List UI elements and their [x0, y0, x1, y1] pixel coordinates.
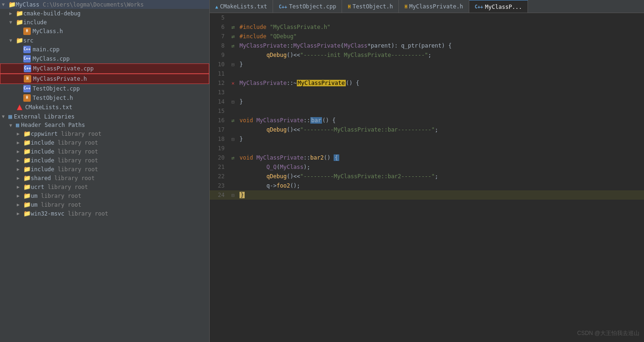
header-search-arrow[interactable]	[9, 123, 15, 128]
cppwinrt-label: cppwinrt library root	[31, 131, 102, 137]
tab-testobject-h[interactable]: H TestObject.h	[342, 0, 399, 13]
line-num-10: 10	[210, 60, 228, 69]
myclassPrivate-h-label: MyClassPrivate.h	[33, 76, 87, 82]
ucrt-folder-icon: 📁	[23, 183, 31, 190]
sidebar-item-testobject-cpp[interactable]: C++ TestObject.cpp	[0, 84, 209, 93]
sidebar-item-um2[interactable]: 📁 um library root	[0, 200, 209, 209]
line-num-20: 20	[210, 153, 228, 162]
ucrt-arrow[interactable]	[17, 184, 22, 189]
diff-gutter-20: ⇄	[232, 155, 235, 161]
gutter-9	[228, 50, 238, 60]
sidebar-item-um1[interactable]: 📁 um library root	[0, 191, 209, 200]
include-lib4-arrow[interactable]	[17, 167, 22, 172]
editor-tabs: ▲ CMakeLists.txt C++ TestObject.cpp H Te…	[210, 0, 644, 13]
shared-arrow[interactable]	[17, 175, 22, 181]
gutter-20: ⇄	[228, 153, 238, 162]
tab-myclassPrivate-cpp-label: MyClassP...	[485, 4, 522, 10]
ucrt-label: ucrt library root	[31, 184, 88, 190]
include-lib1-arrow[interactable]	[17, 140, 22, 145]
main-cpp-icon: C++	[23, 46, 31, 53]
src-folder-icon: 📁	[16, 37, 23, 44]
sidebar-item-shared[interactable]: 📁 shared library root	[0, 174, 209, 182]
code-line-8: 8 ⇄ MyClassPrivate::MyClassPrivate(MyCla…	[210, 41, 644, 50]
myclassPrivate-cpp-label: MyClassPrivate.cpp	[33, 65, 94, 72]
include-lib1-icon: 📁	[23, 139, 31, 146]
sidebar-item-cmakelists[interactable]: CMakeLists.txt	[0, 103, 209, 112]
myclass-h-label: MyClass.h	[33, 28, 63, 35]
sidebar-item-myclassPrivate-h[interactable]: H MyClassPrivate.h	[0, 74, 209, 84]
sidebar-item-include-lib2[interactable]: 📁 include library root	[0, 147, 209, 156]
gutter-18: ⊟	[228, 134, 238, 144]
fold-icon-14[interactable]: ⊟	[232, 99, 235, 105]
sidebar-item-cmake-build-debug[interactable]: 📁 cmake-build-debug	[0, 9, 209, 18]
tab-myclassPrivate-h[interactable]: H MyClassPrivate.h	[399, 0, 469, 13]
sidebar-item-myclassPrivate-cpp[interactable]: C++ MyClassPrivate.cpp	[0, 63, 209, 74]
root-arrow[interactable]	[2, 2, 7, 7]
sidebar-item-myclass-h[interactable]: H MyClass.h	[0, 27, 209, 36]
code-line-22: 22 qDebug()<<"---------MyClassPrivate::b…	[210, 172, 644, 181]
code-line-23: 23 q->foo2();	[210, 181, 644, 190]
sidebar-item-win32-msvc[interactable]: 📁 win32-msvc library root	[0, 209, 209, 218]
um1-label: um library root	[31, 193, 81, 199]
tab-cmakelists[interactable]: ▲ CMakeLists.txt	[210, 0, 273, 13]
sidebar-item-myclass-cpp[interactable]: C++ MyClass.cpp	[0, 54, 209, 63]
gutter-23	[228, 181, 238, 190]
fold-icon-10[interactable]: ⊟	[232, 62, 235, 68]
win32-msvc-arrow[interactable]	[17, 211, 22, 216]
testobject-h-label: TestObject.h	[33, 95, 73, 101]
myclassPrivate-cpp-icon: C++	[24, 65, 31, 72]
sidebar-item-main-cpp[interactable]: C++ main.cpp	[0, 45, 209, 54]
fold-icon-24[interactable]: ⊟	[232, 192, 235, 198]
line-content-23: q->foo2();	[238, 181, 644, 190]
include-lib3-label: include library root	[31, 157, 98, 164]
line-content-5	[238, 13, 644, 22]
code-line-13: 13	[210, 88, 644, 97]
tab-testobject-cpp[interactable]: C++ TestObject.cpp	[273, 0, 342, 13]
cmake-build-debug-arrow[interactable]	[9, 11, 15, 16]
sidebar-item-include[interactable]: 📁 include	[0, 18, 209, 27]
win32-msvc-label: win32-msvc library root	[31, 210, 108, 217]
gutter-22	[228, 172, 238, 181]
line-num-19: 19	[210, 144, 228, 153]
code-line-20: 20 ⇄ void MyClassPrivate::bar2() {	[210, 153, 644, 162]
shared-folder-icon: 📁	[23, 174, 31, 181]
sidebar-item-include-lib1[interactable]: 📁 include library root	[0, 138, 209, 147]
sidebar-item-include-lib3[interactable]: 📁 include library root	[0, 156, 209, 165]
tab-myclassPrivate-cpp[interactable]: C++ MyClassP...	[469, 0, 528, 13]
line-num-12: 12	[210, 78, 228, 88]
sidebar-item-testobject-h[interactable]: H TestObject.h	[0, 93, 209, 103]
h-tab-icon1: H	[348, 4, 350, 9]
code-line-6: 6 ⇄ #include "MyClassPrivate.h"	[210, 22, 644, 32]
cmake-build-debug-icon: 📁	[16, 10, 23, 17]
cpp-tab-icon1: C++	[279, 4, 287, 9]
include-lib3-icon: 📁	[23, 157, 31, 164]
header-search-icon: ▦	[16, 122, 19, 128]
line-content-20: void MyClassPrivate::bar2() {	[238, 153, 644, 162]
code-line-9: 9 qDebug()<<"-------init MyClassPrivate-…	[210, 50, 644, 60]
cppwinrt-arrow[interactable]	[17, 131, 22, 136]
line-num-7: 7	[210, 32, 228, 41]
include-lib2-icon: 📁	[23, 148, 31, 155]
gutter-16: ⇄	[228, 116, 238, 125]
code-line-24: 24 ⊟ }	[210, 190, 644, 200]
um2-arrow[interactable]	[17, 202, 22, 207]
src-arrow[interactable]	[9, 38, 15, 43]
code-line-11: 11	[210, 69, 644, 78]
sidebar-item-ucrt[interactable]: 📁 ucrt library root	[0, 182, 209, 191]
sidebar-item-external-libraries[interactable]: ▦ External Libraries	[0, 112, 209, 121]
code-area[interactable]: 5 6 ⇄ #include "MyClassPrivate.h" 7 ⇄ #i…	[210, 13, 644, 342]
include-lib3-arrow[interactable]	[17, 158, 22, 163]
include-arrow[interactable]	[9, 20, 15, 25]
sidebar-item-src[interactable]: 📁 src	[0, 36, 209, 45]
um1-arrow[interactable]	[17, 193, 22, 198]
sidebar-item-header-search-paths[interactable]: ▦ Header Search Paths	[0, 121, 209, 129]
sidebar-item-include-lib4[interactable]: 📁 include library root	[0, 165, 209, 174]
gutter-7: ⇄	[228, 32, 238, 41]
fold-icon-18[interactable]: ⊟	[232, 136, 235, 142]
sidebar-item-cppwinrt[interactable]: 📁 cppwinrt library root	[0, 129, 209, 138]
testobject-cpp-label: TestObject.cpp	[33, 85, 80, 92]
include-lib2-arrow[interactable]	[17, 149, 22, 154]
ext-lib-arrow[interactable]	[2, 114, 7, 119]
diff-gutter-16: ⇄	[232, 118, 235, 124]
project-root[interactable]: 📁 MyClass C:\Users\logma\Documents\Works	[0, 0, 209, 9]
